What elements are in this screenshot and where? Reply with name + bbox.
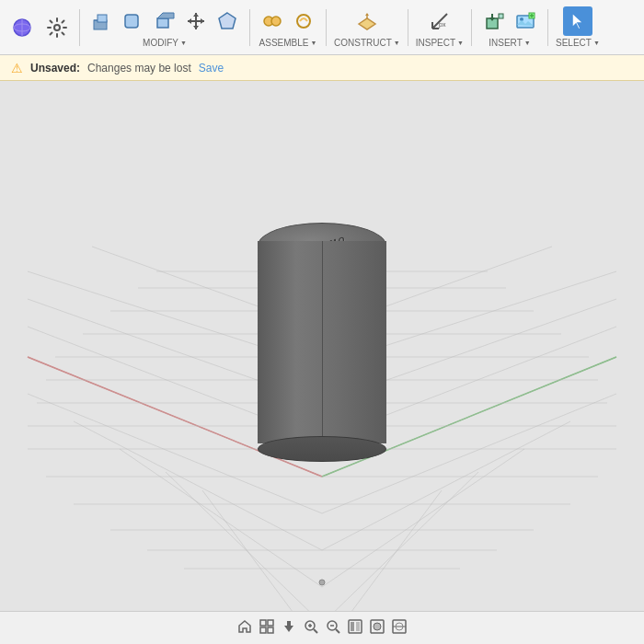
zoom-fit-icon[interactable] xyxy=(326,619,340,637)
svg-rect-88 xyxy=(351,622,354,631)
insert-label[interactable]: INSERT ▼ xyxy=(489,38,530,48)
notification-label: Unsaved: xyxy=(30,62,80,75)
cursor-icon[interactable] xyxy=(563,6,592,36)
model-container: TASSIMO xyxy=(248,204,396,462)
motion-icon[interactable] xyxy=(289,6,318,36)
svg-rect-8 xyxy=(157,18,168,28)
home-view-icon[interactable] xyxy=(237,619,252,637)
construct-label[interactable]: CONSTRUCT ▼ xyxy=(334,38,400,48)
inspect-dropdown-arrow: ▼ xyxy=(457,40,464,46)
svg-rect-89 xyxy=(356,622,360,631)
plane-icon[interactable] xyxy=(352,6,382,36)
notification-bar: ⚠ Unsaved: Changes may be lost Save xyxy=(0,55,644,81)
svg-point-91 xyxy=(374,623,381,630)
svg-marker-22 xyxy=(365,13,369,16)
insert-group: INSERT ▼ xyxy=(479,6,540,48)
svg-marker-12 xyxy=(193,13,199,17)
grid-settings-icon[interactable] xyxy=(259,619,274,637)
inspect-group: px INSPECT ▼ xyxy=(416,6,464,48)
svg-rect-30 xyxy=(499,14,503,18)
display-mode-icon[interactable] xyxy=(348,619,362,637)
svg-line-85 xyxy=(336,629,339,633)
insert-dropdown-arrow: ▼ xyxy=(524,40,531,46)
pan-icon[interactable] xyxy=(282,619,296,637)
separator-6 xyxy=(547,9,548,46)
insert-icon[interactable] xyxy=(479,6,509,36)
modify-label[interactable]: MODIFY ▼ xyxy=(143,38,187,48)
svg-rect-79 xyxy=(268,627,273,633)
separator-1 xyxy=(79,9,80,46)
svg-point-3 xyxy=(54,25,60,30)
status-bar xyxy=(0,611,644,644)
construct-group: CONSTRUCT ▼ xyxy=(334,6,400,48)
material-icon[interactable] xyxy=(7,13,37,42)
separator-5 xyxy=(471,9,472,46)
environment-icon[interactable] xyxy=(392,619,407,637)
svg-rect-78 xyxy=(260,627,266,633)
viewport[interactable]: TASSIMO xyxy=(0,81,644,611)
push-pull-icon[interactable] xyxy=(87,6,117,36)
inspect-label[interactable]: INSPECT ▼ xyxy=(416,38,464,48)
select-group: SELECT ▼ xyxy=(556,6,600,48)
separator-3 xyxy=(326,9,327,46)
modify-group: MODIFY ▼ xyxy=(87,6,242,48)
construct-dropdown-arrow: ▼ xyxy=(394,40,400,46)
cylinder-bottom xyxy=(258,436,386,462)
svg-marker-14 xyxy=(188,18,191,24)
warning-icon: ⚠ xyxy=(11,61,23,75)
settings-icon[interactable] xyxy=(42,13,72,42)
cylinder-seam xyxy=(322,241,323,443)
joint-icon[interactable] xyxy=(258,6,287,36)
svg-point-18 xyxy=(271,17,281,26)
form-icon[interactable] xyxy=(213,6,242,36)
zoom-icon[interactable] xyxy=(304,619,318,637)
svg-marker-16 xyxy=(219,13,236,29)
svg-rect-76 xyxy=(260,620,266,626)
extrude-alt-icon[interactable] xyxy=(150,6,179,36)
svg-marker-36 xyxy=(572,13,583,29)
svg-rect-5 xyxy=(98,15,107,22)
image-insert-icon[interactable] xyxy=(511,6,540,36)
svg-marker-75 xyxy=(239,621,250,632)
notification-message: Changes may be lost xyxy=(87,62,191,75)
assemble-dropdown-arrow: ▼ xyxy=(310,40,316,46)
assemble-group: ASSEMBLE ▼ xyxy=(258,6,318,48)
assemble-label[interactable]: ASSEMBLE ▼ xyxy=(259,38,317,48)
svg-line-81 xyxy=(314,629,317,633)
modify-dropdown-arrow: ▼ xyxy=(180,40,187,46)
fillet-icon[interactable] xyxy=(119,6,148,36)
cylinder-3d: TASSIMO xyxy=(248,204,396,462)
svg-point-74 xyxy=(319,580,325,585)
visual-style-icon[interactable] xyxy=(370,619,385,637)
separator-2 xyxy=(249,9,250,46)
toolbar: MODIFY ▼ ASSEMBLE ▼ xyxy=(0,0,644,55)
svg-marker-20 xyxy=(359,18,375,29)
svg-marker-15 xyxy=(201,18,204,24)
move-icon[interactable] xyxy=(181,6,211,36)
svg-marker-13 xyxy=(193,26,199,29)
select-label[interactable]: SELECT ▼ xyxy=(556,38,600,48)
save-button[interactable]: Save xyxy=(199,62,224,75)
svg-marker-9 xyxy=(157,13,174,18)
select-dropdown-arrow: ▼ xyxy=(593,40,600,46)
svg-rect-7 xyxy=(125,15,138,28)
svg-text:px: px xyxy=(439,21,446,29)
svg-rect-77 xyxy=(268,620,273,626)
svg-point-19 xyxy=(297,15,310,28)
measure-icon[interactable]: px xyxy=(425,6,454,36)
separator-4 xyxy=(408,9,408,46)
